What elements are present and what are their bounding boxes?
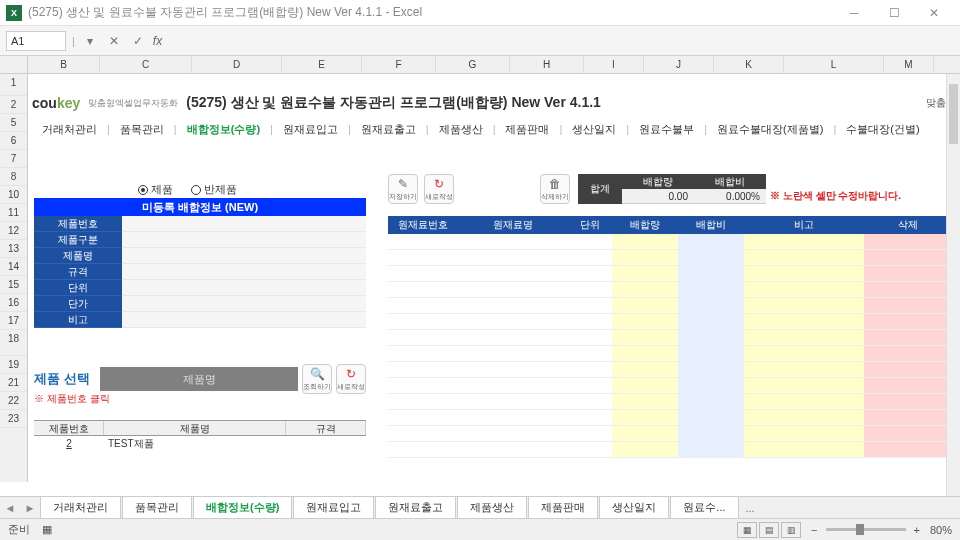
radio-dot-icon	[191, 185, 201, 195]
field-value[interactable]	[122, 232, 366, 248]
col-header[interactable]: J	[644, 56, 714, 73]
nav-item[interactable]: 품목관리	[110, 122, 174, 137]
field-label: 단위	[34, 280, 122, 296]
field-value[interactable]	[122, 296, 366, 312]
field-value[interactable]	[122, 216, 366, 232]
nav-item[interactable]: 제품판매	[495, 122, 559, 137]
radio-dot-icon	[138, 185, 148, 195]
tab-nav-right-icon[interactable]: ►	[20, 502, 40, 514]
view-normal-button[interactable]: ▦	[737, 522, 757, 538]
col-header[interactable]: H	[510, 56, 584, 73]
zoom-out-button[interactable]: −	[811, 524, 817, 536]
tab-more[interactable]: ...	[740, 502, 761, 514]
radio-product[interactable]: 제품	[138, 182, 173, 197]
section-header: 미등록 배합정보 (NEW)	[34, 198, 366, 216]
col-header[interactable]: C	[100, 56, 192, 73]
macro-icon[interactable]: ▦	[42, 523, 52, 536]
col-header[interactable]: M	[884, 56, 934, 73]
close-button[interactable]: ✕	[914, 1, 954, 25]
col-header[interactable]: E	[282, 56, 362, 73]
col-header[interactable]: F	[362, 56, 436, 73]
magnifier-icon: 🔍	[310, 367, 325, 381]
field-label: 제품번호	[34, 216, 122, 232]
vertical-scrollbar[interactable]	[946, 74, 960, 496]
field-label: 제품구분	[34, 232, 122, 248]
nav-item[interactable]: 제품생산	[429, 122, 493, 137]
field-label: 규격	[34, 264, 122, 280]
col-header[interactable]: G	[436, 56, 510, 73]
field-value[interactable]	[122, 264, 366, 280]
select-all-corner[interactable]	[0, 56, 28, 73]
name-box[interactable]: A1	[6, 31, 66, 51]
ingredient-grid-body[interactable]	[388, 234, 952, 478]
col-header[interactable]: L	[784, 56, 884, 73]
save-button[interactable]: ✎저장하기	[388, 174, 418, 204]
product-name-input[interactable]: 제품명	[100, 367, 298, 391]
col-header[interactable]: I	[584, 56, 644, 73]
field-label: 비고	[34, 312, 122, 328]
sheet-tab[interactable]: 원재료출고	[375, 496, 456, 519]
field-value[interactable]	[122, 280, 366, 296]
status-ready: 준비	[8, 522, 30, 537]
product-number-link[interactable]: 2	[34, 436, 104, 452]
field-label: 단가	[34, 296, 122, 312]
radio-semi-product[interactable]: 반제품	[191, 182, 237, 197]
nav-item[interactable]: 원재료입고	[273, 122, 348, 137]
new-button[interactable]: ↻새로작성	[336, 364, 366, 394]
field-value[interactable]	[122, 312, 366, 328]
sheet-tab[interactable]: 원료수...	[670, 496, 738, 519]
view-page-layout-button[interactable]: ▤	[759, 522, 779, 538]
sheet-tab[interactable]: 거래처관리	[40, 496, 121, 519]
nav-item[interactable]: 거래처관리	[32, 122, 107, 137]
nav-item[interactable]: 수불대장(건별)	[836, 122, 929, 137]
sheet-tab[interactable]: 원재료입고	[293, 496, 374, 519]
nav-item-active[interactable]: 배합정보(수량)	[177, 122, 270, 137]
select-label: 제품 선택	[34, 370, 96, 388]
fx-dropdown-icon[interactable]: ▾	[81, 34, 99, 48]
search-button[interactable]: 🔍조회하기	[302, 364, 332, 394]
fx-cancel-icon[interactable]: ✕	[105, 34, 123, 48]
zoom-level[interactable]: 80%	[930, 524, 952, 536]
col-header[interactable]: K	[714, 56, 784, 73]
table-row[interactable]: 2 TEST제품	[34, 436, 366, 452]
maximize-button[interactable]: ☐	[874, 1, 914, 25]
sheet-tab[interactable]: 제품판매	[528, 496, 598, 519]
view-page-break-button[interactable]: ▥	[781, 522, 801, 538]
fx-confirm-icon[interactable]: ✓	[129, 34, 147, 48]
col-header[interactable]: B	[28, 56, 100, 73]
pencil-icon: ✎	[398, 177, 408, 191]
nav-item[interactable]: 원료수불대장(제품별)	[707, 122, 833, 137]
row-headers: 1 2 5 6 7 8 10 11 12 13 14 15 16 17 18 1…	[0, 74, 28, 482]
zoom-in-button[interactable]: +	[914, 524, 920, 536]
fx-label[interactable]: fx	[153, 34, 162, 48]
status-bar: 준비 ▦ ▦ ▤ ▥ − + 80%	[0, 518, 960, 540]
radio-group: 제품 반제품	[138, 182, 237, 197]
ingredient-grid-header: 원재료번호 원재료명 단위 배합량 배합비 비고 삭제	[388, 216, 952, 234]
refresh-icon: ↻	[434, 177, 444, 191]
nav-item[interactable]: 생산일지	[562, 122, 626, 137]
nav-item[interactable]: 원재료출고	[351, 122, 426, 137]
sheet-tabs: ◄ ► 거래처관리 품목관리 배합정보(수량) 원재료입고 원재료출고 제품생산…	[0, 496, 960, 518]
worksheet[interactable]: coukey 맞춤형엑셀업무자동화 (5275) 생산 및 원료수불 자동관리 …	[28, 74, 960, 482]
refresh-icon: ↻	[346, 367, 356, 381]
sheet-tab[interactable]: 제품생산	[457, 496, 527, 519]
tab-nav-left-icon[interactable]: ◄	[0, 502, 20, 514]
delete-button[interactable]: 🗑삭제하기	[540, 174, 570, 204]
formula-bar: A1 | ▾ ✕ ✓ fx	[0, 26, 960, 56]
sheet-tab[interactable]: 생산일지	[599, 496, 669, 519]
minimize-button[interactable]: ─	[834, 1, 874, 25]
zoom-slider[interactable]	[826, 528, 906, 531]
note-text: ※ 제품번호 클릭	[34, 392, 110, 406]
field-label: 제품명	[34, 248, 122, 264]
window-title: (5275) 생산 및 원료수불 자동관리 프로그램(배합량) New Ver …	[28, 4, 834, 21]
nav-item[interactable]: 원료수불부	[629, 122, 704, 137]
col-header[interactable]: D	[192, 56, 282, 73]
sheet-tab[interactable]: 품목관리	[122, 496, 192, 519]
sheet-tab-active[interactable]: 배합정보(수량)	[193, 496, 292, 520]
warning-note: ※ 노란색 셀만 수정바랍니다.	[770, 189, 901, 203]
brand-logo: coukey	[32, 95, 80, 111]
field-value[interactable]	[122, 248, 366, 264]
new-button[interactable]: ↻새로작성	[424, 174, 454, 204]
summary-box: 합계 배합량0.00 배합비0.000%	[578, 174, 766, 204]
product-table-header: 제품번호 제품명 규격	[34, 420, 366, 436]
